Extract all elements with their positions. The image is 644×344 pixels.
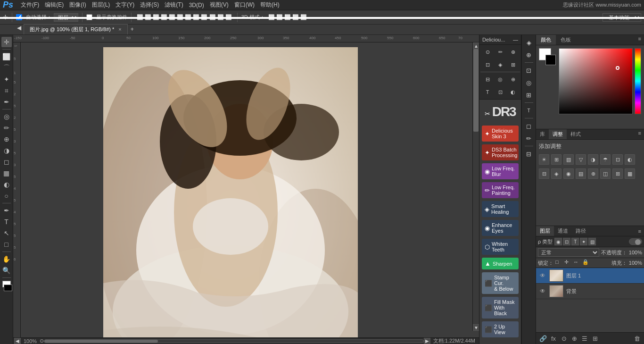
background-color[interactable] xyxy=(4,285,12,291)
adj-threshold[interactable]: ◫ xyxy=(600,168,611,179)
tab-close-icon[interactable]: × xyxy=(118,26,121,32)
layer-mask-btn[interactable]: ⊙ xyxy=(560,334,568,343)
ps-right-tool-9[interactable]: ⊟ xyxy=(523,148,535,159)
plugin-tool-1[interactable]: ⊙ xyxy=(482,46,493,58)
plugin-tool-11[interactable]: ⊡ xyxy=(495,86,506,98)
dodge-tool[interactable]: ○ xyxy=(1,191,12,201)
plugin-btn-2up-view[interactable]: ⬛ 2 Up View xyxy=(482,321,519,337)
path-select-tool[interactable]: ↖ xyxy=(1,228,12,238)
adj-color-balance[interactable]: ⊡ xyxy=(612,154,623,165)
move-tool[interactable]: ✛ xyxy=(1,37,12,47)
lock-image-btn[interactable]: ✛ xyxy=(564,259,572,267)
menu-file[interactable]: 文件(F) xyxy=(18,1,42,9)
filter-shape-icon[interactable]: ✦ xyxy=(580,238,587,245)
plugin-collapse[interactable]: — xyxy=(513,37,518,42)
layer-new-btn[interactable]: ⊞ xyxy=(591,334,599,343)
ps-right-tool-7[interactable]: ◻ xyxy=(523,120,535,132)
lasso-tool[interactable]: ⌒ xyxy=(1,63,12,73)
layer-item-bg[interactable]: 👁 背景 xyxy=(536,284,644,299)
plugin-tool-12[interactable]: ◐ xyxy=(507,86,519,98)
filter-text-icon[interactable]: T xyxy=(571,238,579,245)
plugin-btn-whiten-teeth[interactable]: ⬡ WhitenTeeth xyxy=(482,239,519,255)
marquee-tool[interactable]: ⬜ xyxy=(1,51,12,62)
layer-group-btn[interactable]: ☰ xyxy=(580,334,589,343)
gradient-tool[interactable]: ▦ xyxy=(1,168,12,178)
tab-adjustments[interactable]: 调整 xyxy=(549,129,567,139)
plugin-btn-smart-healing[interactable]: ◈ SmartHealing xyxy=(482,201,519,217)
plugin-tool-5[interactable]: ◈ xyxy=(495,59,506,70)
layer-link-btn[interactable]: 🔗 xyxy=(539,334,547,343)
vertical-scrollbar[interactable]: ▲ ▼ xyxy=(472,42,479,331)
menu-filter[interactable]: 滤镜(T) xyxy=(162,1,186,9)
crop-tool[interactable]: ⌗ xyxy=(1,85,12,96)
plugin-tool-4[interactable]: ⊡ xyxy=(482,59,493,70)
hue-slider[interactable] xyxy=(635,48,641,114)
color-panel-menu[interactable]: ≡ xyxy=(636,35,644,45)
menu-3d[interactable]: 3D(D) xyxy=(186,2,207,8)
hand-tool[interactable]: ✋ xyxy=(1,254,12,264)
adj-curves[interactable]: ▧ xyxy=(563,154,574,165)
text-tool[interactable]: T xyxy=(1,217,12,227)
eyedropper-tool[interactable]: ✒ xyxy=(1,97,12,107)
layer-fx-btn[interactable]: fx xyxy=(549,334,558,343)
adj-levels[interactable]: ⊞ xyxy=(551,154,561,165)
lock-all-btn[interactable]: 🔒 xyxy=(582,259,590,267)
layer-1-visibility[interactable]: 👁 xyxy=(539,272,546,279)
ps-right-tool-4[interactable]: ◎ xyxy=(523,77,535,88)
tab-swatches[interactable]: 色板 xyxy=(556,35,576,45)
adj-posterize[interactable]: ⊕ xyxy=(588,168,598,179)
adj-photo-filter[interactable]: ⊟ xyxy=(539,168,549,179)
layer-item-1[interactable]: 👁 图层 1 xyxy=(536,268,644,284)
tab-styles[interactable]: 样式 xyxy=(567,129,585,139)
menu-layer[interactable]: 图层(L) xyxy=(89,1,113,9)
menu-view[interactable]: 视图(V) xyxy=(207,1,231,9)
scroll-left-btn[interactable]: ◀ xyxy=(14,338,21,344)
adj-exposure[interactable]: ▽ xyxy=(576,154,586,165)
adj-brightness[interactable]: ☀ xyxy=(539,154,549,165)
plugin-tool-2[interactable]: ✏ xyxy=(495,46,506,58)
plugin-btn-delicious-skin[interactable]: ✦ DeliciousSkin 3 xyxy=(482,126,519,142)
canvas[interactable]: ▲ ▼ xyxy=(21,42,479,337)
color-spectrum-picker[interactable] xyxy=(559,48,633,114)
layers-panel-menu[interactable]: ≡ xyxy=(636,227,644,235)
plugin-tool-8[interactable]: ◎ xyxy=(495,74,506,85)
ps-right-tool-6[interactable]: T xyxy=(523,105,535,116)
adj-invert[interactable]: ▤ xyxy=(576,168,586,179)
workspace-select[interactable]: 基本功能 xyxy=(603,13,641,22)
pen-tool[interactable]: ✒ xyxy=(1,205,12,216)
plugin-btn-sharpen[interactable]: ▲ Sharpen xyxy=(482,258,519,269)
shape-tool[interactable]: □ xyxy=(1,239,12,250)
lock-transparent-btn[interactable]: □ xyxy=(555,259,563,267)
layer-delete-btn[interactable]: 🗑 xyxy=(633,334,641,343)
plugin-tool-7[interactable]: ⊟ xyxy=(482,74,493,85)
adj-panel-menu[interactable]: ≡ xyxy=(636,129,644,139)
plugin-btn-ds3-batch[interactable]: ✦ DS3 BatchProcessing xyxy=(482,144,519,160)
adj-bw[interactable]: ◐ xyxy=(625,154,635,165)
layer-bg-visibility[interactable]: 👁 xyxy=(539,287,546,295)
eraser-tool[interactable]: ◻ xyxy=(1,157,12,167)
ps-right-tool-8[interactable]: ✏ xyxy=(523,133,535,144)
menu-help[interactable]: 帮助(H) xyxy=(257,1,282,9)
ps-right-tool-2[interactable]: ⊕ xyxy=(523,49,535,60)
scroll-right-btn[interactable]: ▶ xyxy=(424,338,430,344)
adj-selective-color[interactable]: ▦ xyxy=(625,168,635,179)
tab-nav-left[interactable]: ◀ xyxy=(13,25,25,31)
new-tab-btn[interactable]: + xyxy=(128,26,137,33)
tab-channels[interactable]: 通道 xyxy=(554,226,572,236)
lock-position-btn[interactable]: ↔ xyxy=(573,259,581,267)
transform-checkbox[interactable] xyxy=(86,14,92,20)
scroll-thumb-h[interactable] xyxy=(44,340,158,343)
plugin-tool-6[interactable]: ⊞ xyxy=(507,59,519,70)
menu-edit[interactable]: 编辑(E) xyxy=(42,1,66,9)
tab-library[interactable]: 库 xyxy=(536,129,549,139)
healing-brush-tool[interactable]: ◎ xyxy=(1,111,12,122)
plugin-btn-stamp-cur[interactable]: ⬛ Stamp Cur.& Below xyxy=(482,272,519,294)
filter-smart-icon[interactable]: ▧ xyxy=(588,238,596,245)
zoom-tool[interactable]: 🔍 xyxy=(1,265,12,276)
adj-color-lookup[interactable]: ◉ xyxy=(563,168,574,179)
scroll-track-h[interactable] xyxy=(44,339,424,343)
scroll-down-btn[interactable]: ▼ xyxy=(473,324,479,331)
plugin-btn-enhance-eyes[interactable]: ◉ EnhanceEyes xyxy=(482,220,519,236)
adj-gradient-map[interactable]: ⊞ xyxy=(612,168,623,179)
auto-select-type[interactable]: 图层 xyxy=(54,13,78,22)
